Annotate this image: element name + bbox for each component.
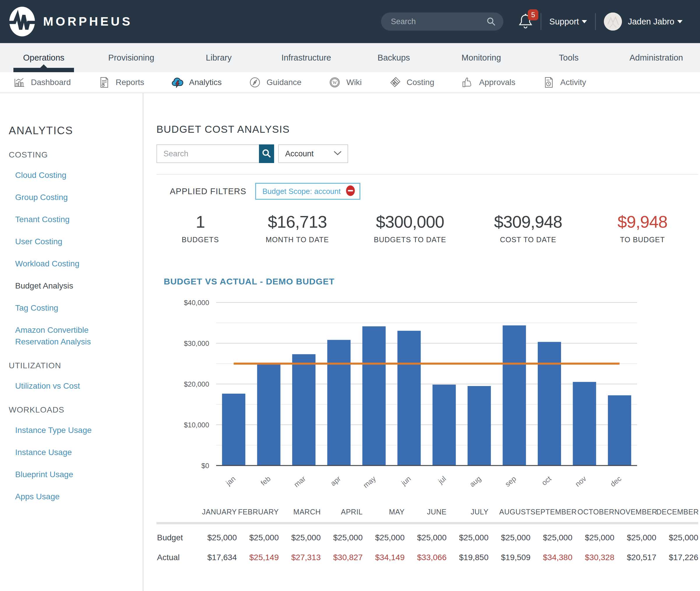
support-label: Support <box>549 17 579 26</box>
sidebar-item-tag-costing[interactable]: Tag Costing <box>9 302 131 314</box>
wiki-icon: W <box>328 76 341 89</box>
sidebar-item-instance-usage[interactable]: Instance Usage <box>9 447 131 458</box>
filter-controls: Account <box>157 144 698 163</box>
subnav-item-reports[interactable]: Reports <box>98 76 144 89</box>
global-search-input[interactable] <box>381 12 503 30</box>
stat-budgets-to-date: $300,000BUDGETS TO DATE <box>350 212 470 244</box>
tab-library[interactable]: Library <box>175 43 262 72</box>
budget-analysis-main: BUDGET COST ANALYSIS Account <box>143 93 700 591</box>
budget-search-input[interactable] <box>157 144 259 163</box>
sidebar-item-cloud-costing[interactable]: Cloud Costing <box>9 170 131 181</box>
analytics-icon <box>171 76 184 89</box>
chevron-down-icon <box>334 151 342 157</box>
sidebar-item-instance-type-usage[interactable]: Instance Type Usage <box>9 424 131 436</box>
secondary-nav: DashboardReportsAnalyticsGuidanceWWikiCo… <box>0 72 700 93</box>
subnav-label: Wiki <box>346 78 362 87</box>
cell-budget-july: $25,000 <box>447 523 488 544</box>
svg-text:mar: mar <box>292 474 307 488</box>
guidance-icon <box>248 76 261 89</box>
sidebar-item-utilization-vs-cost[interactable]: Utilization vs Cost <box>9 380 131 392</box>
month-header-june: JUNE <box>405 508 447 523</box>
applied-filters: APPLIED FILTERS Budget Scope: account <box>157 183 698 200</box>
sidebar-item-budget-analysis[interactable]: Budget Analysis <box>9 280 131 292</box>
section-divider <box>157 174 698 175</box>
stat-to-budget: $9,948TO BUDGET <box>587 212 698 244</box>
sidebar-item-user-costing[interactable]: User Costing <box>9 236 131 248</box>
sidebar-item-amazon-convertible-reservation-analysis[interactable]: Amazon Convertible Reservation Analysis <box>9 324 131 348</box>
subnav-label: Activity <box>560 78 586 87</box>
svg-text:W: W <box>332 80 337 85</box>
tab-backups[interactable]: Backups <box>350 43 438 72</box>
cell-budget-april: $25,000 <box>321 523 363 544</box>
subnav-item-activity[interactable]: Activity <box>542 76 586 89</box>
tab-provisioning[interactable]: Provisioning <box>88 43 175 72</box>
sidebar-item-blueprint-usage[interactable]: Blueprint Usage <box>9 469 131 480</box>
subnav-item-guidance[interactable]: Guidance <box>248 76 301 89</box>
avatar[interactable] <box>604 12 622 30</box>
global-search <box>381 12 503 30</box>
remove-filter-icon[interactable] <box>346 185 355 198</box>
budget-search-button[interactable] <box>259 144 274 163</box>
tab-administration[interactable]: Administration <box>612 43 700 72</box>
sidebar-title: ANALYTICS <box>9 125 137 137</box>
svg-text:feb: feb <box>259 474 272 487</box>
month-header-march: MARCH <box>279 508 321 523</box>
subnav-item-wiki[interactable]: WWiki <box>328 76 362 89</box>
tab-label: Operations <box>23 53 64 63</box>
filter-chip-budget-scope[interactable]: Budget Scope: account <box>255 183 360 200</box>
chevron-down-icon <box>582 20 587 23</box>
month-header-february: FEBRUARY <box>237 508 279 523</box>
approvals-icon <box>461 76 474 89</box>
row-label: Actual <box>157 544 195 564</box>
tab-infrastructure[interactable]: Infrastructure <box>262 43 350 72</box>
user-menu[interactable]: Jaden Jabro <box>628 17 683 26</box>
subnav-label: Reports <box>116 78 144 87</box>
subnav-label: Guidance <box>267 78 301 87</box>
tab-monitoring[interactable]: Monitoring <box>438 43 525 72</box>
primary-nav: OperationsProvisioningLibraryInfrastruct… <box>0 43 700 72</box>
stat-value: $300,000 <box>350 212 470 232</box>
stat-value: 1 <box>157 212 244 232</box>
subnav-label: Costing <box>407 78 434 87</box>
month-header-july: JULY <box>447 508 488 523</box>
cell-actual-november: $20,517 <box>615 544 656 564</box>
page-title: BUDGET COST ANALYSIS <box>157 123 698 135</box>
subnav-item-dashboard[interactable]: Dashboard <box>13 76 71 89</box>
svg-text:jul: jul <box>436 474 448 485</box>
stat-value: $16,713 <box>244 212 350 232</box>
month-header-september: SEPTEMBER <box>530 508 572 523</box>
budget-search <box>157 144 274 163</box>
user-name: Jaden Jabro <box>628 17 675 26</box>
subnav-label: Dashboard <box>31 78 71 87</box>
search-icon <box>486 17 496 26</box>
analytics-sidebar: ANALYTICS COSTINGCloud CostingGroup Cost… <box>0 93 143 591</box>
tab-tools[interactable]: Tools <box>525 43 612 72</box>
cell-budget-october: $25,000 <box>572 523 615 544</box>
tab-label: Infrastructure <box>281 53 331 63</box>
notifications-button[interactable]: 5 <box>519 13 532 30</box>
sidebar-item-workload-costing[interactable]: Workload Costing <box>9 258 131 270</box>
tab-label: Tools <box>559 53 579 63</box>
stat-label: COST TO DATE <box>470 236 587 244</box>
sidebar-item-tenant-costing[interactable]: Tenant Costing <box>9 214 131 225</box>
support-menu[interactable]: Support <box>549 17 587 26</box>
subnav-item-analytics[interactable]: Analytics <box>171 76 222 89</box>
subnav-item-costing[interactable]: Costing <box>389 76 434 89</box>
svg-text:apr: apr <box>329 474 342 487</box>
tab-operations[interactable]: Operations <box>0 43 88 72</box>
month-header-august: AUGUST <box>488 508 530 523</box>
subnav-item-approvals[interactable]: Approvals <box>461 76 516 89</box>
svg-text:nov: nov <box>574 474 588 488</box>
tab-label: Monitoring <box>461 53 501 63</box>
sidebar-section-utilization: UTILIZATION <box>9 361 137 370</box>
cell-actual-september: $34,380 <box>530 544 572 564</box>
stat-month-to-date: $16,713MONTH TO DATE <box>244 212 350 244</box>
sidebar-item-group-costing[interactable]: Group Costing <box>9 192 131 203</box>
cell-actual-june: $33,066 <box>405 544 447 564</box>
cell-actual-april: $30,827 <box>321 544 363 564</box>
svg-text:$10,000: $10,000 <box>184 421 209 429</box>
table-header-row: JANUARYFEBRUARYMARCHAPRILMAYJUNEJULYAUGU… <box>157 508 698 523</box>
sidebar-item-apps-usage[interactable]: Apps Usage <box>9 491 131 503</box>
scope-select[interactable]: Account <box>278 144 348 163</box>
header-divider <box>595 13 596 30</box>
